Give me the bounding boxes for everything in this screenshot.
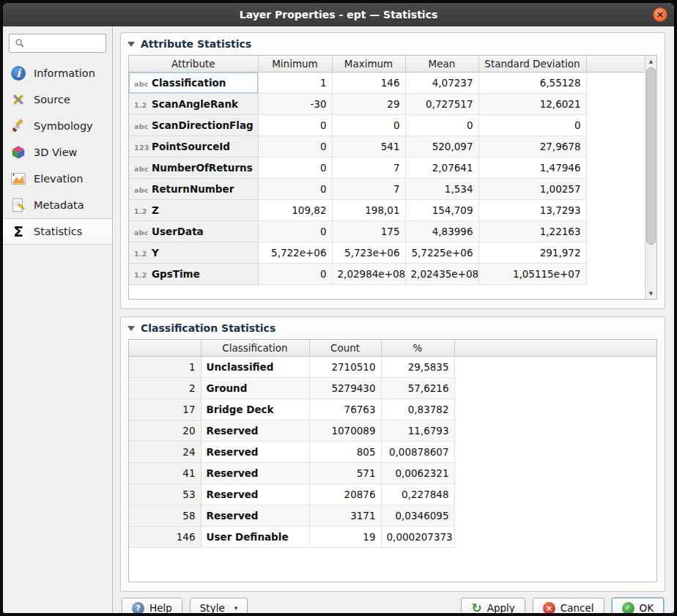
stat-value-cell[interactable]: 541 (332, 136, 405, 157)
stat-value-cell[interactable]: 0 (258, 114, 332, 136)
class-code-cell[interactable]: 41 (129, 462, 201, 483)
table-row[interactable]: 1.2Y5,722e+065,723e+065,7225e+06291,972 (129, 242, 645, 263)
stat-value-cell[interactable]: 1,47946 (478, 157, 586, 178)
class-count-cell[interactable]: 571 (309, 462, 381, 483)
column-header-mean[interactable]: Mean (405, 56, 478, 72)
class-count-cell[interactable]: 805 (309, 441, 381, 462)
class-name-cell[interactable]: Reserved (201, 483, 309, 505)
table-row[interactable]: abcClassification11464,072376,55128 (129, 72, 645, 93)
stat-value-cell[interactable]: 1,534 (405, 178, 478, 199)
class-code-cell[interactable]: 2 (129, 377, 201, 398)
sidebar-item-symbology[interactable]: Symbology (3, 113, 112, 139)
column-header-attribute[interactable]: Attribute (129, 56, 258, 72)
table-row[interactable]: 123PointSourceId0541520,09727,9678 (129, 136, 645, 157)
class-count-cell[interactable]: 19 (309, 526, 381, 547)
stat-value-cell[interactable]: 7 (332, 157, 405, 178)
sidebar-item-metadata[interactable]: Metadata (3, 192, 112, 218)
table-row[interactable]: 1.2ScanAngleRank-30290,72751712,6021 (129, 93, 645, 114)
class-count-cell[interactable]: 5279430 (309, 377, 381, 398)
stat-value-cell[interactable]: 1,22163 (478, 220, 586, 242)
class-percent-cell[interactable]: 0,0062321 (381, 462, 454, 483)
table-row[interactable]: 24Reserved8050,00878607 (129, 441, 656, 462)
column-header-minimum[interactable]: Minimum (258, 56, 332, 72)
class-percent-cell[interactable]: 29,5835 (381, 356, 454, 377)
stat-value-cell[interactable]: 0 (258, 136, 332, 157)
table-row[interactable]: 20Reserved107008911,6793 (129, 420, 656, 441)
column-header-percent[interactable]: % (381, 340, 454, 356)
attribute-statistics-header[interactable]: Attribute Statistics (121, 33, 665, 53)
stat-value-cell[interactable]: 146 (332, 72, 405, 93)
class-percent-cell[interactable]: 0,83782 (381, 398, 454, 420)
classification-statistics-header[interactable]: Classification Statistics (121, 317, 665, 338)
stat-value-cell[interactable]: 0,727517 (405, 93, 478, 114)
class-percent-cell[interactable]: 11,6793 (381, 420, 454, 441)
sidebar-item-statistics[interactable]: Σ Statistics (3, 218, 112, 245)
stat-value-cell[interactable]: 12,6021 (478, 93, 586, 114)
table-row[interactable]: abcReturnNumber071,5341,00257 (129, 178, 645, 199)
stat-value-cell[interactable]: 1,00257 (478, 178, 586, 199)
stat-value-cell[interactable]: 154,709 (405, 199, 478, 220)
cancel-button[interactable]: × Cancel (533, 598, 604, 613)
stat-value-cell[interactable]: 0 (258, 263, 332, 284)
attribute-name-cell[interactable]: abcScanDirectionFlag (129, 114, 258, 136)
scroll-up-icon[interactable]: ▲ (645, 56, 656, 67)
class-code-cell[interactable]: 53 (129, 483, 201, 505)
class-code-cell[interactable]: 58 (129, 505, 201, 526)
class-count-cell[interactable]: 2710510 (309, 356, 381, 377)
table-row[interactable]: 58Reserved31710,0346095 (129, 505, 656, 526)
class-name-cell[interactable]: Reserved (201, 462, 309, 483)
class-name-cell[interactable]: Bridge Deck (201, 398, 309, 420)
vertical-scrollbar[interactable]: ▲ ▼ (645, 56, 656, 299)
stat-value-cell[interactable]: 1,05115e+07 (478, 263, 586, 284)
table-row[interactable]: 53Reserved208760,227848 (129, 483, 656, 505)
scrollbar-thumb[interactable] (646, 67, 656, 245)
stat-value-cell[interactable]: 109,82 (258, 199, 332, 220)
class-percent-cell[interactable]: 57,6216 (381, 377, 454, 398)
class-percent-cell[interactable]: 0,0346095 (381, 505, 454, 526)
style-dropdown-button[interactable]: Style ▾ (190, 598, 248, 613)
stat-value-cell[interactable]: 5,723e+06 (332, 242, 405, 263)
table-row[interactable]: 1Unclassified271051029,5835 (129, 356, 656, 377)
attribute-name-cell[interactable]: abcReturnNumber (129, 178, 258, 199)
stat-value-cell[interactable]: -30 (258, 93, 332, 114)
scroll-down-icon[interactable]: ▼ (645, 288, 656, 299)
class-count-cell[interactable]: 20876 (309, 483, 381, 505)
table-row[interactable]: abcNumberOfReturns072,076411,47946 (129, 157, 645, 178)
table-row[interactable]: 2Ground527943057,6216 (129, 377, 656, 398)
stat-value-cell[interactable]: 7 (332, 178, 405, 199)
class-count-cell[interactable]: 3171 (309, 505, 381, 526)
stat-value-cell[interactable]: 2,02435e+08 (405, 263, 478, 284)
stat-value-cell[interactable]: 0 (332, 114, 405, 136)
help-button[interactable]: ? Help (122, 598, 182, 613)
stat-value-cell[interactable]: 0 (478, 114, 586, 136)
class-name-cell[interactable]: Unclassified (201, 356, 309, 377)
class-code-cell[interactable]: 1 (129, 356, 201, 377)
stat-value-cell[interactable]: 13,7293 (478, 199, 586, 220)
stat-value-cell[interactable]: 2,02984e+08 (332, 263, 405, 284)
stat-value-cell[interactable]: 2,07641 (405, 157, 478, 178)
titlebar[interactable]: Layer Properties - ept — Statistics × (3, 3, 674, 26)
stat-value-cell[interactable]: 291,972 (478, 242, 586, 263)
stat-value-cell[interactable]: 5,722e+06 (258, 242, 332, 263)
sidebar-item-elevation[interactable]: Elevation (3, 166, 112, 192)
stat-value-cell[interactable]: 27,9678 (478, 136, 586, 157)
class-name-cell[interactable]: Reserved (201, 441, 309, 462)
column-header-maximum[interactable]: Maximum (332, 56, 405, 72)
table-row[interactable]: 146User Definable190,000207373 (129, 526, 656, 547)
stat-value-cell[interactable]: 1 (258, 72, 332, 93)
sidebar-item-source[interactable]: Source (3, 86, 112, 113)
column-header-code[interactable] (129, 340, 201, 356)
attribute-name-cell[interactable]: 1.2Z (129, 199, 258, 220)
apply-button[interactable]: ↻ Apply (461, 598, 525, 613)
stat-value-cell[interactable]: 0 (258, 157, 332, 178)
search-input[interactable] (29, 37, 101, 50)
stat-value-cell[interactable]: 4,07237 (405, 72, 478, 93)
class-percent-cell[interactable]: 0,000207373 (381, 526, 454, 547)
stat-value-cell[interactable]: 6,55128 (478, 72, 586, 93)
class-name-cell[interactable]: Ground (201, 377, 309, 398)
table-row[interactable]: 41Reserved5710,0062321 (129, 462, 656, 483)
stat-value-cell[interactable]: 175 (332, 220, 405, 242)
attribute-name-cell[interactable]: 1.2Y (129, 242, 258, 263)
class-percent-cell[interactable]: 0,227848 (381, 483, 454, 505)
stat-value-cell[interactable]: 198,01 (332, 199, 405, 220)
